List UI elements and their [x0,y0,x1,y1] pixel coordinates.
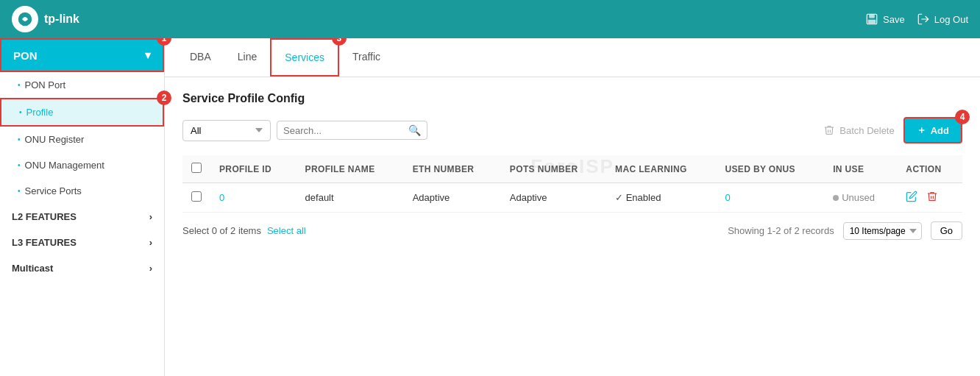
toolbar-left: All 🔍 [182,120,427,141]
used-by-onus-value[interactable]: 0 [725,192,730,203]
svg-rect-2 [869,14,875,18]
sidebar-item-label: ONU Register [25,134,85,145]
sidebar: PON ▾ 1 • PON Port • Profile 2 • ONU Reg… [0,38,165,376]
sidebar-item-label: Profile [26,107,54,118]
delete-icon[interactable] [926,191,938,205]
save-button[interactable]: Save [865,13,905,26]
sidebar-group-l3[interactable]: L3 FEATURES › [0,230,164,255]
trash-icon [823,124,835,136]
tab-dba[interactable]: DBA [177,39,224,76]
dot-icon: • [18,135,21,143]
eth-number-value: Adaptive [413,192,450,203]
sidebar-group-l2[interactable]: L2 FEATURES › [0,204,164,230]
sidebar-item-label: ONU Management [25,160,104,171]
edit-icon[interactable] [906,191,917,205]
sidebar-item-service-ports[interactable]: • Service Ports [0,178,164,204]
chevron-right-icon: › [149,237,152,248]
go-button[interactable]: Go [931,221,962,240]
select-all-checkbox[interactable] [191,163,202,173]
td-used-by-onus: 0 [716,183,824,213]
th-eth-number: ETH NUMBER [404,155,501,183]
select-count: Select 0 of 2 items [182,225,261,236]
logout-icon [917,13,930,26]
items-per-page-select[interactable]: 10 Items/page [843,222,922,240]
action-icons [906,191,954,205]
search-icon: 🔍 [408,124,421,136]
sidebar-item-label: Service Ports [25,185,82,196]
sidebar-item-onu-register[interactable]: • ONU Register [0,127,164,152]
sidebar-item-pon-port[interactable]: • PON Port [0,72,164,98]
pagination-info: Showing 1-2 of 2 records [728,225,834,236]
td-action [897,183,962,213]
dot-icon: • [18,161,21,169]
search-box: 🔍 [277,121,427,140]
chevron-right-icon: › [149,263,152,274]
table-row: 0 default Adaptive Adaptive [182,183,962,213]
th-profile-id: PROFILE ID [210,155,297,183]
footer-left: Select 0 of 2 items Select all [182,225,306,236]
dot-icon: • [19,108,22,116]
td-mac-learning: ✓ Enabled [606,183,716,213]
td-profile-name: default [297,183,404,213]
layout: PON ▾ 1 • PON Port • Profile 2 • ONU Reg… [0,38,980,376]
profile-id-link[interactable]: 0 [219,192,224,203]
logout-button[interactable]: Log Out [917,13,968,26]
td-checkbox [182,183,210,213]
td-in-use: Unused [824,183,897,213]
callout-2: 2 [157,91,171,105]
main-content: DBA Line Services 3 Traffic ForoISP Serv… [165,38,980,376]
search-input[interactable] [283,125,408,136]
mac-learning-value: Enabled [626,192,661,203]
app-name: tp-link [44,13,79,26]
th-mac-learning: MAC LEARNING [606,155,716,183]
callout-4: 4 [955,110,970,124]
tab-services[interactable]: Services [270,38,339,77]
page-title: Service Profile Config [182,92,962,105]
pots-number-value: Adaptive [510,192,547,203]
check-icon: ✓ [615,192,626,203]
toolbar-right: Batch Delete ＋ Add 4 [823,117,962,143]
header: tp-link Save Log Out [0,0,980,38]
in-use-value: Unused [833,192,888,203]
th-used-by-onus: USED BY ONUS [716,155,824,183]
filter-select[interactable]: All [182,120,271,141]
add-button[interactable]: ＋ Add [903,117,962,143]
batch-delete-label: Batch Delete [839,125,894,136]
chevron-down-icon: ▾ [145,49,151,62]
pon-menu-header[interactable]: PON ▾ [0,38,164,72]
save-icon [865,13,878,26]
profile-name-value: default [305,192,334,203]
header-actions: Save Log Out [865,13,968,26]
table-wrapper: PROFILE ID PROFILE NAME ETH NUMBER POTS … [182,155,962,213]
logout-label: Log Out [934,14,968,25]
th-in-use: IN USE [824,155,897,183]
sidebar-item-onu-management[interactable]: • ONU Management [0,152,164,178]
td-pots-number: Adaptive [501,183,606,213]
sidebar-item-profile[interactable]: • Profile [0,98,164,127]
th-checkbox [182,155,210,183]
dot-icon: • [18,81,21,89]
sidebar-group-multicast[interactable]: Multicast › [0,255,164,281]
row-checkbox[interactable] [191,191,202,202]
chevron-right-icon: › [149,211,152,222]
add-label: Add [931,125,949,136]
th-pots-number: POTS NUMBER [501,155,606,183]
l2-label: L2 FEATURES [12,211,77,222]
tab-line[interactable]: Line [224,39,270,76]
batch-delete-button[interactable]: Batch Delete [823,124,894,136]
logo-icon [12,6,38,32]
sidebar-item-label: PON Port [25,79,66,91]
footer-right: Showing 1-2 of 2 records 10 Items/page G… [728,221,962,240]
table-footer: Select 0 of 2 items Select all Showing 1… [182,221,962,240]
save-label: Save [883,14,905,25]
status-dot-icon [833,195,839,201]
l3-label: L3 FEATURES [12,237,77,248]
profile-table: PROFILE ID PROFILE NAME ETH NUMBER POTS … [182,155,962,213]
dot-icon: • [18,187,21,195]
toolbar: All 🔍 Batch De [182,117,962,143]
tab-traffic[interactable]: Traffic [339,39,394,76]
content-area: ForoISP Service Profile Config All 🔍 [165,77,980,255]
plus-icon: ＋ [917,124,926,137]
pon-label: PON [13,49,38,62]
select-all-link[interactable]: Select all [267,225,306,236]
